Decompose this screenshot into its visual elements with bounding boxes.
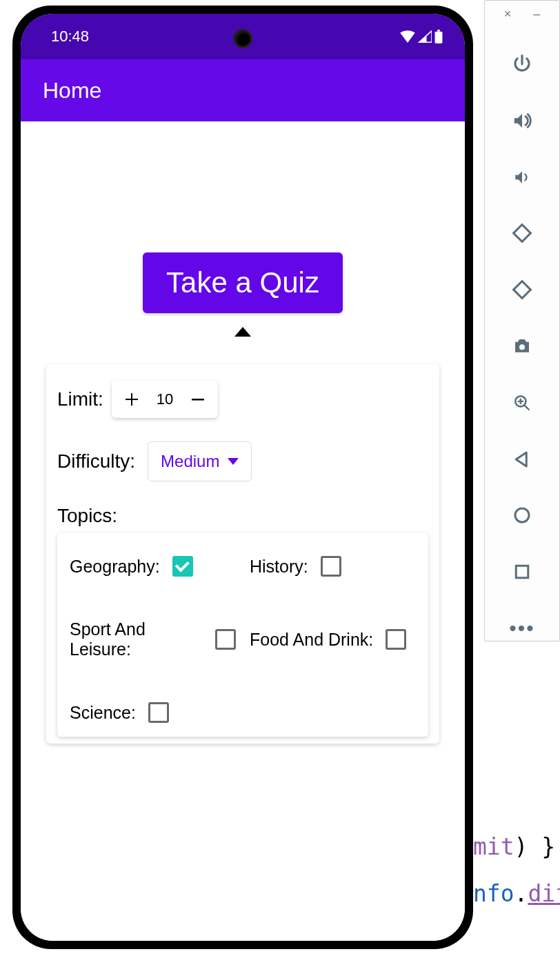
- topic-item-history: History:: [250, 556, 416, 577]
- topic-item-geography: Geography:: [70, 556, 236, 577]
- svg-rect-1: [437, 30, 440, 32]
- svg-point-4: [519, 344, 525, 350]
- take-quiz-label: Take a Quiz: [166, 266, 319, 299]
- more-icon: •••: [509, 625, 535, 632]
- power-button[interactable]: [510, 52, 534, 77]
- svg-rect-3: [514, 281, 531, 299]
- topic-label: Science:: [70, 703, 136, 723]
- topic-checkbox-food[interactable]: [386, 629, 406, 650]
- collapse-arrow-up-icon[interactable]: [234, 327, 251, 337]
- window-minimize-button[interactable]: –: [533, 8, 540, 20]
- limit-row: Limit: 10: [57, 381, 428, 418]
- signal-icon: [418, 30, 432, 43]
- screen: 10:48 Home Take a Quiz Limit:: [21, 14, 465, 941]
- status-time: 10:48: [51, 28, 89, 46]
- battery-icon: [434, 30, 443, 43]
- screenshot-button[interactable]: [510, 334, 534, 359]
- square-icon: [512, 561, 532, 582]
- zoom-in-icon: [513, 394, 531, 412]
- wifi-icon: [400, 30, 415, 43]
- rotate-right-button[interactable]: [510, 277, 534, 302]
- chevron-down-icon: [228, 458, 239, 465]
- topics-label: Topics:: [57, 505, 117, 527]
- svg-rect-0: [435, 32, 443, 43]
- topic-label: Geography:: [70, 557, 160, 577]
- more-button[interactable]: •••: [510, 616, 534, 641]
- topic-checkbox-history[interactable]: [321, 556, 341, 577]
- topic-checkbox-sport[interactable]: [215, 629, 236, 650]
- minus-icon: [190, 391, 206, 408]
- topics-row: Topics:: [57, 505, 428, 527]
- home-indicator[interactable]: [184, 928, 301, 931]
- volume-down-button[interactable]: [510, 165, 534, 190]
- zoom-button[interactable]: [510, 390, 534, 415]
- difficulty-dropdown[interactable]: Medium: [148, 441, 252, 481]
- page-title: Home: [43, 78, 101, 103]
- overview-button[interactable]: [510, 559, 534, 584]
- content: Take a Quiz Limit: 10: [21, 121, 465, 941]
- ide-code-hint: nfo.dif: [473, 880, 560, 907]
- topic-label: Food And Drink:: [250, 630, 373, 650]
- back-button[interactable]: [510, 447, 534, 472]
- limit-increment-button[interactable]: [121, 389, 142, 410]
- app-bar: Home: [21, 59, 465, 121]
- phone-bezel: 10:48 Home Take a Quiz Limit:: [21, 14, 465, 941]
- status-icons: [400, 30, 443, 43]
- difficulty-row: Difficulty: Medium: [57, 441, 428, 481]
- limit-decrement-button[interactable]: [188, 389, 208, 410]
- rotate-left-icon: [512, 223, 532, 243]
- phone-frame: 10:48 Home Take a Quiz Limit:: [12, 6, 473, 949]
- svg-rect-7: [516, 566, 528, 578]
- camera-icon: [512, 336, 532, 357]
- difficulty-label: Difficulty:: [57, 450, 135, 472]
- power-icon: [512, 54, 532, 74]
- volume-down-icon: [513, 168, 531, 186]
- circle-icon: [512, 505, 532, 526]
- emulator-window-controls: × –: [485, 8, 559, 20]
- volume-up-icon: [512, 110, 532, 131]
- topics-card: Geography: History: Sport And Leisure:: [57, 532, 428, 737]
- back-triangle-icon: [512, 449, 532, 470]
- topic-item-sport: Sport And Leisure:: [70, 619, 236, 659]
- window-close-button[interactable]: ×: [504, 8, 512, 20]
- plus-icon: [123, 391, 140, 408]
- camera-notch: [233, 29, 252, 48]
- take-quiz-button[interactable]: Take a Quiz: [143, 252, 343, 313]
- limit-value: 10: [156, 390, 174, 408]
- emulator-toolbar: × – •••: [484, 0, 560, 641]
- rotate-right-icon: [512, 279, 532, 300]
- topic-item-food: Food And Drink:: [250, 619, 416, 659]
- svg-point-6: [515, 508, 529, 522]
- volume-up-button[interactable]: [510, 108, 534, 133]
- topic-label: History:: [250, 557, 308, 577]
- topic-checkbox-science[interactable]: [148, 702, 169, 723]
- difficulty-value: Medium: [161, 452, 219, 471]
- options-card: Limit: 10 Difficulty:: [46, 364, 439, 744]
- home-button[interactable]: [510, 504, 534, 528]
- ide-code-hint: mit) }: [473, 833, 555, 860]
- limit-label: Limit:: [57, 388, 103, 410]
- topic-label: Sport And Leisure:: [70, 619, 203, 659]
- topic-checkbox-geography[interactable]: [172, 556, 193, 577]
- rotate-left-button[interactable]: [510, 221, 534, 246]
- topic-item-science: Science:: [70, 702, 236, 723]
- limit-stepper: 10: [112, 381, 218, 418]
- svg-rect-2: [514, 225, 531, 242]
